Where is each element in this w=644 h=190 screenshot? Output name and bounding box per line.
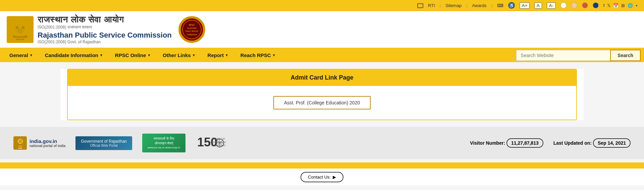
twitter-icon[interactable]: 𝕏 (607, 3, 610, 8)
nav-other-label: Other Links (163, 52, 191, 58)
nav-rpsc-online[interactable]: RPSC Online ▼ (109, 48, 157, 62)
svg-point-16 (18, 139, 22, 144)
font-large-btn[interactable]: A+ (520, 2, 530, 9)
visitor-count: 11,27,87,813 (506, 138, 543, 148)
search-area: Search (516, 50, 641, 61)
color-orange-btn[interactable] (582, 2, 588, 8)
font-normal-btn[interactable]: A (534, 2, 542, 9)
nav-rpsc-arrow: ▼ (147, 53, 151, 57)
svg-point-4 (16, 26, 19, 29)
contact-label: Contact Us: (308, 175, 331, 180)
updated-label: Last Updated on: (553, 140, 592, 146)
nav-general-arrow: ▼ (30, 53, 33, 57)
svg-text:INDIA: INDIA (18, 147, 22, 149)
nav-candidate-arrow: ▼ (100, 53, 103, 57)
search-input[interactable] (516, 50, 610, 61)
rpsc-logo-right: RPSC RAJASTHAN PUBLIC SERVICE COMMISSION (178, 16, 205, 43)
visitor-number-block: Visitor Number: 11,27,87,813 (470, 140, 543, 146)
awards-link[interactable]: Awards (472, 3, 486, 8)
font-small-btn[interactable]: A- (547, 2, 556, 9)
admit-card-title: Admit Card Link Page (68, 69, 576, 86)
sitemap-link[interactable]: Sitemap (445, 3, 462, 8)
screen-reader-icon (417, 3, 423, 8)
eci-line1: मतदाताओं के लिए (148, 136, 180, 141)
nav-other-links[interactable]: Other Links ▼ (157, 48, 201, 62)
svg-text:COMMISSION: COMMISSION (187, 34, 197, 35)
emblem-icon: सत्यमेव जयते (7, 16, 34, 43)
color-blue-btn[interactable] (593, 2, 599, 8)
svg-point-5 (21, 26, 24, 29)
gov-rajasthan-banner[interactable]: Government of Rajasthan Official Web Por… (75, 136, 132, 150)
gov-raj-title: Government of Rajasthan (81, 139, 127, 144)
search-button[interactable]: Search (610, 50, 641, 61)
main-nav: General ▼ Candidate Information ▼ RPSC O… (0, 48, 644, 62)
india-gov-text: india.gov.in national portal of india (30, 138, 65, 148)
eci-line2: ऑनलाइन सेवाएं (148, 141, 180, 146)
celebration-logo: 150 YEARS OF CELEBRATING THE MAHATMA (196, 133, 226, 153)
svg-text:RPSC: RPSC (189, 23, 195, 26)
org-hindi-title: राजस्थान लोक सेवा आयोग (38, 14, 172, 25)
admit-card-body: Asst. Prof. (College Education) 2020 (68, 86, 576, 120)
color-white-btn[interactable] (560, 2, 567, 8)
site-header: सत्यमेव जयते राजस्थान लोक सेवा आयोग ISO(… (0, 11, 644, 48)
divider2: | (466, 3, 467, 8)
nav-candidate-label: Candidate Information (45, 52, 98, 58)
eci-banner[interactable]: मतदाताओं के लिए ऑनलाइन सेवाएं www.eci.ni… (142, 134, 185, 152)
nav-general[interactable]: General ▼ (3, 48, 39, 62)
nav-report-arrow: ▼ (225, 53, 228, 57)
contact-area: Contact Us: ▶ (0, 169, 644, 186)
visitor-label: Visitor Number: (470, 140, 505, 146)
keyboard-icon[interactable]: ⌨ (497, 3, 503, 8)
accessibility-icon[interactable]: ♿ (508, 2, 515, 9)
rti-link[interactable]: RTI (428, 3, 435, 8)
org-iso-english: ISO(2001:2008) Govt. of Rajasthan (38, 40, 172, 44)
nav-reach-rpsc[interactable]: Reach RPSC ▼ (234, 48, 282, 62)
extra-icon[interactable]: ▪ (636, 3, 637, 8)
main-content: Admit Card Link Page Asst. Prof. (Colleg… (60, 69, 584, 120)
gov-raj-subtitle: Official Web Portal (81, 144, 127, 147)
nav-report-label: Report (208, 52, 224, 58)
contact-arrow-icon: ▶ (333, 175, 336, 180)
admit-card-section: Admit Card Link Page Asst. Prof. (Colleg… (67, 69, 577, 120)
nav-candidate-info[interactable]: Candidate Information ▼ (39, 48, 109, 62)
facebook-icon[interactable]: f (603, 3, 605, 8)
org-name-block: राजस्थान लोक सेवा आयोग ISO(2001:2008) रा… (38, 14, 172, 44)
svg-point-11 (182, 20, 201, 39)
eci-line3: www.eci.nic.in www.nvsp.in (148, 146, 180, 149)
svg-text:YEARS OF: YEARS OF (212, 137, 225, 140)
footer-links: INDIA india.gov.in national portal of in… (0, 127, 644, 159)
contact-us-button[interactable]: Contact Us: ▶ (301, 172, 343, 182)
nav-report[interactable]: Report ▼ (202, 48, 234, 62)
color-peach-btn[interactable] (571, 2, 577, 8)
rss-icon[interactable]: ⊞ (621, 3, 625, 8)
globe-icon[interactable]: 🌐 (628, 3, 633, 8)
updated-date: Sep 14, 2021 (593, 138, 631, 148)
svg-text:PUBLIC SERVICE: PUBLIC SERVICE (185, 31, 198, 32)
bottom-gold-bar (0, 162, 644, 169)
org-english-title: Rajasthan Public Service Commission (38, 31, 172, 40)
nav-other-arrow: ▼ (192, 53, 196, 57)
svg-text:सत्यमेव जयते: सत्यमेव जयते (16, 38, 24, 40)
nav-reach-label: Reach RPSC (240, 52, 271, 58)
nav-general-label: General (9, 52, 28, 58)
nav-reach-arrow: ▼ (272, 53, 276, 57)
visitor-info: Visitor Number: 11,27,87,813 Last Update… (470, 140, 631, 146)
calendar-icon[interactable]: 📅 (613, 3, 619, 8)
top-utility-bar: RTI | Sitemap | Awards | ⌨ ♿ A+ A A- f 𝕏… (0, 0, 644, 11)
india-gov-emblem: INDIA (13, 136, 27, 150)
org-iso-hindi: ISO(2001:2008) राजस्थान सरकार (38, 25, 172, 30)
divider: | (440, 3, 441, 8)
updated-block: Last Updated on: Sep 14, 2021 (553, 140, 631, 146)
divider3: | (491, 3, 492, 8)
svg-text:RAJASTHAN: RAJASTHAN (187, 28, 196, 29)
social-icons: f 𝕏 📅 ⊞ 🌐 ▪ (603, 3, 637, 8)
logo-block: सत्यमेव जयते राजस्थान लोक सेवा आयोग ISO(… (7, 14, 172, 44)
india-gov-logo[interactable]: INDIA india.gov.in national portal of in… (13, 136, 65, 150)
nav-rpsc-label: RPSC Online (115, 52, 146, 58)
admit-card-link-button[interactable]: Asst. Prof. (College Education) 2020 (273, 96, 371, 109)
